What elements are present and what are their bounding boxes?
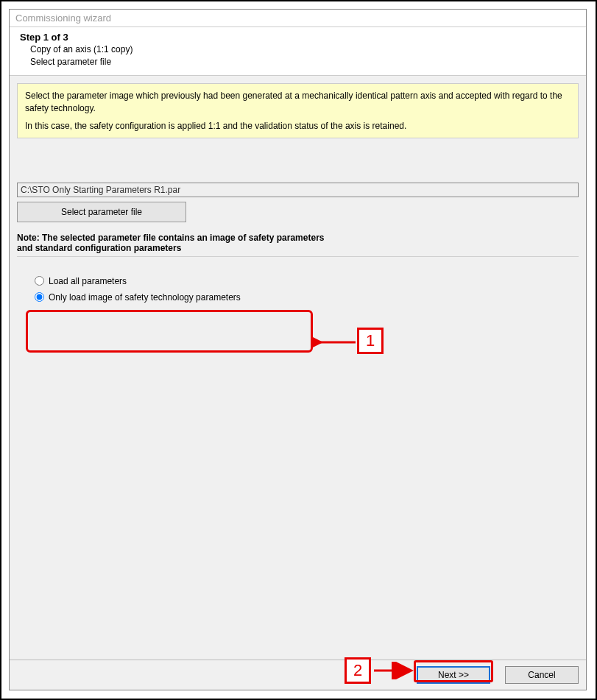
note-line-2: and standard configuration parameters: [17, 243, 400, 253]
window-title-bar: Commissioning wizard: [10, 10, 586, 27]
radio-load-all-label: Load all parameters: [49, 276, 127, 286]
step-header: Step 1 of 3 Copy of an axis (1:1 copy) S…: [10, 27, 586, 76]
info-box: Select the parameter image which previou…: [17, 83, 579, 138]
radio-load-safety-only-input[interactable]: [35, 292, 44, 302]
note-line-1: Note: The selected parameter file contai…: [17, 233, 400, 243]
select-parameter-file-button[interactable]: Select parameter file: [17, 202, 186, 222]
info-paragraph-2: In this case, the safety configuration i…: [25, 120, 570, 132]
step-subtitle-1: Copy of an axis (1:1 copy): [20, 43, 576, 55]
wizard-window: Commissioning wizard Step 1 of 3 Copy of…: [9, 9, 587, 690]
info-paragraph-1: Select the parameter image which previou…: [25, 90, 570, 113]
radio-load-safety-only[interactable]: Only load image of safety technology par…: [35, 289, 579, 305]
radio-load-all-input[interactable]: [35, 276, 44, 286]
step-subtitle-2: Select parameter file: [20, 56, 576, 68]
next-button[interactable]: Next >>: [417, 666, 490, 684]
radio-load-all[interactable]: Load all parameters: [35, 273, 579, 289]
step-title: Step 1 of 3: [20, 32, 576, 43]
load-options-group: Load all parameters Only load image of s…: [17, 256, 579, 305]
file-path-field[interactable]: C:\STO Only Starting Parameters R1.par: [17, 183, 579, 197]
content-area: C:\STO Only Starting Parameters R1.par S…: [10, 146, 586, 660]
file-path-value: C:\STO Only Starting Parameters R1.par: [21, 185, 180, 195]
window-title: Commissioning wizard: [15, 13, 111, 24]
cancel-button[interactable]: Cancel: [505, 666, 579, 684]
outer-frame: Commissioning wizard Step 1 of 3 Copy of…: [0, 0, 597, 700]
footer-bar: Next >> Cancel: [10, 660, 586, 690]
note-block: Note: The selected parameter file contai…: [17, 233, 400, 253]
radio-load-safety-only-label: Only load image of safety technology par…: [49, 292, 241, 303]
